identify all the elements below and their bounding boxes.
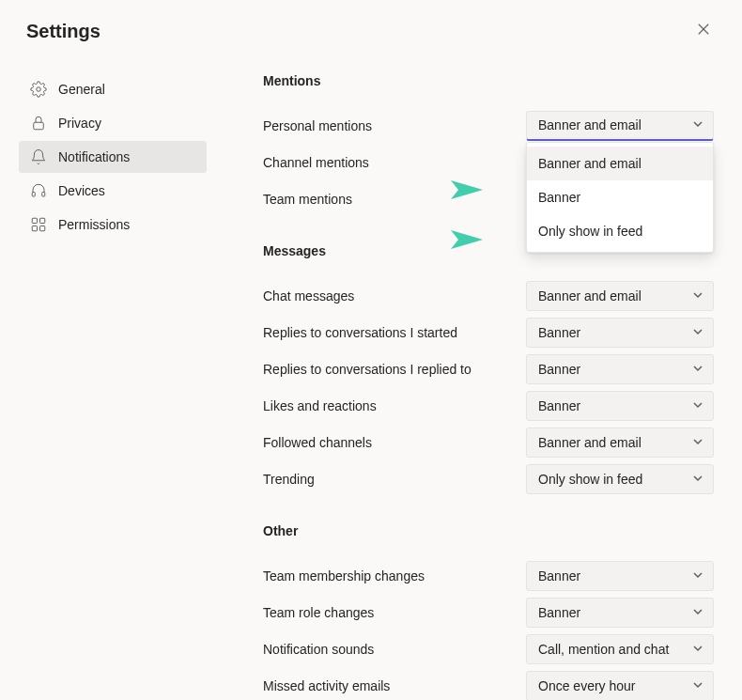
dropdown-notification-sounds[interactable]: Call, mention and chat xyxy=(526,634,714,664)
sidebar-item-privacy[interactable]: Privacy xyxy=(19,107,207,139)
dropdown-trending[interactable]: Only show in feed xyxy=(526,464,714,494)
svg-rect-3 xyxy=(34,122,44,130)
sidebar-item-label: Notifications xyxy=(58,149,130,164)
sidebar-item-notifications[interactable]: Notifications xyxy=(19,141,207,173)
lock-icon xyxy=(30,115,47,132)
sidebar-item-general[interactable]: General xyxy=(19,73,207,105)
chevron-down-icon xyxy=(692,642,703,657)
setting-label: Missed activity emails xyxy=(263,678,390,693)
setting-label: Chat messages xyxy=(263,288,354,303)
setting-label: Notification sounds xyxy=(263,642,374,657)
dropdown-value: Banner xyxy=(538,398,580,413)
chevron-down-icon xyxy=(692,117,703,132)
sidebar-item-label: Devices xyxy=(58,183,105,198)
svg-rect-6 xyxy=(32,218,37,223)
dropdown-value: Banner xyxy=(538,568,580,583)
setting-label: Replies to conversations I started xyxy=(263,325,457,340)
section-title-mentions: Mentions xyxy=(263,73,714,88)
sidebar-item-label: Permissions xyxy=(58,217,130,232)
bell-icon xyxy=(30,148,47,165)
close-button[interactable] xyxy=(689,19,718,43)
sidebar-item-label: General xyxy=(58,82,105,97)
svg-point-2 xyxy=(37,87,41,92)
chevron-down-icon xyxy=(692,678,703,693)
dropdown-value: Banner xyxy=(538,325,580,340)
setting-label: Team membership changes xyxy=(263,568,425,583)
dropdown-followed-channels[interactable]: Banner and email xyxy=(526,428,714,458)
chevron-down-icon xyxy=(692,568,703,583)
settings-sidebar: General Privacy Notifications Devices Pe… xyxy=(19,73,207,700)
dropdown-value: Banner xyxy=(538,362,580,377)
setting-label: Personal mentions xyxy=(263,118,372,133)
chevron-down-icon xyxy=(692,472,703,487)
setting-label: Channel mentions xyxy=(263,155,369,170)
setting-label: Followed channels xyxy=(263,435,372,450)
close-icon xyxy=(697,23,710,39)
dropdown-likes[interactable]: Banner xyxy=(526,391,714,421)
dropdown-value: Call, mention and chat xyxy=(538,642,669,657)
svg-rect-8 xyxy=(32,226,37,231)
dropdown-option[interactable]: Only show in feed xyxy=(527,214,713,248)
dropdown-option[interactable]: Banner and email xyxy=(527,147,713,180)
dropdown-value: Once every hour xyxy=(538,678,636,693)
headset-icon xyxy=(30,182,47,199)
page-title: Settings xyxy=(26,21,100,42)
chevron-down-icon xyxy=(692,435,703,450)
dropdown-personal-mentions[interactable]: Banner and email xyxy=(526,111,714,141)
svg-rect-9 xyxy=(40,226,45,231)
setting-label: Trending xyxy=(263,472,315,487)
dropdown-chat-messages[interactable]: Banner and email xyxy=(526,281,714,311)
dropdown-value: Banner and email xyxy=(538,435,642,450)
setting-label: Likes and reactions xyxy=(263,398,377,413)
apps-icon xyxy=(30,216,47,233)
dropdown-value: Only show in feed xyxy=(538,472,642,487)
dropdown-missed-emails[interactable]: Once every hour xyxy=(526,671,714,701)
gear-icon xyxy=(30,81,47,98)
dropdown-value: Banner and email xyxy=(538,117,642,132)
chevron-down-icon xyxy=(692,398,703,413)
chevron-down-icon xyxy=(692,325,703,340)
dropdown-membership-changes[interactable]: Banner xyxy=(526,561,714,591)
chevron-down-icon xyxy=(692,362,703,377)
dropdown-value: Banner xyxy=(538,605,580,620)
setting-label: Replies to conversations I replied to xyxy=(263,362,471,377)
dropdown-replies-replied[interactable]: Banner xyxy=(526,354,714,384)
settings-panel: Mentions Personal mentions Banner and em… xyxy=(207,73,742,700)
svg-rect-4 xyxy=(32,193,35,197)
section-title-other: Other xyxy=(263,523,714,538)
svg-rect-7 xyxy=(40,218,45,223)
sidebar-item-devices[interactable]: Devices xyxy=(19,175,207,207)
dropdown-role-changes[interactable]: Banner xyxy=(526,598,714,628)
dropdown-option[interactable]: Banner xyxy=(527,180,713,214)
dropdown-replies-started[interactable]: Banner xyxy=(526,318,714,348)
sidebar-item-label: Privacy xyxy=(58,116,101,131)
sidebar-item-permissions[interactable]: Permissions xyxy=(19,209,207,241)
chevron-down-icon xyxy=(692,288,703,303)
dropdown-value: Banner and email xyxy=(538,288,642,303)
chevron-down-icon xyxy=(692,605,703,620)
svg-rect-5 xyxy=(42,193,45,197)
setting-label: Team mentions xyxy=(263,192,352,207)
dropdown-menu: Banner and email Banner Only show in fee… xyxy=(526,142,714,253)
setting-label: Team role changes xyxy=(263,605,374,620)
